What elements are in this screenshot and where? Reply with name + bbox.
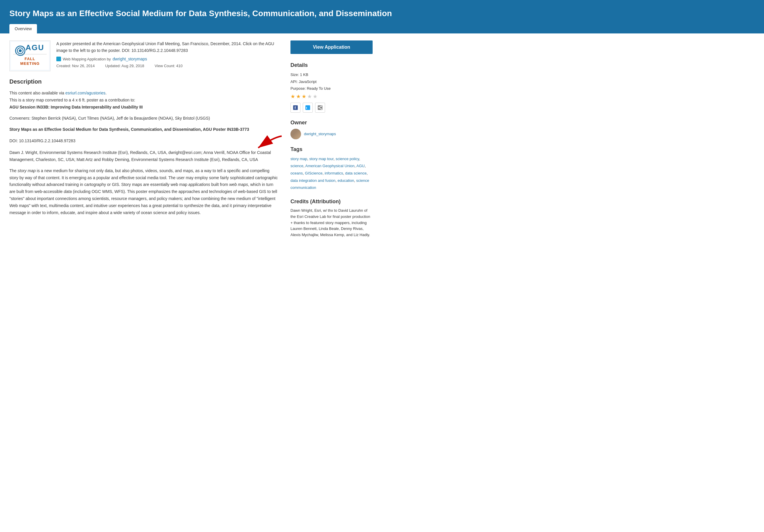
svg-text:AGU: AGU (26, 43, 44, 52)
content-area: AGU FALL MEETING A poster presented at t… (9, 41, 290, 245)
desc-para2: Conveners: Stephen Berrick (NASA), Curt … (9, 115, 279, 122)
item-dates: Created: Nov 26, 2014 Updated: Aug 29, 2… (56, 64, 279, 68)
facebook-icon[interactable]: f (290, 103, 300, 112)
web-map-icon (56, 57, 61, 61)
item-thumbnail[interactable]: AGU FALL MEETING (9, 41, 51, 71)
star-rating: ★ ★ ★ ★ ★ (290, 93, 373, 100)
story-map-italic: story map (18, 168, 36, 173)
tag-link[interactable]: data integration and fusion (290, 178, 335, 183)
description-content: This content also available via esriurl.… (9, 90, 279, 216)
twitter-icon[interactable]: t (303, 103, 313, 112)
updated-date: Updated: Aug 29, 2018 (105, 64, 149, 68)
desc-para4: Dawn J. Wright, Environmental Systems Re… (9, 149, 279, 163)
view-application-button[interactable]: View Application (290, 41, 373, 54)
tag-link[interactable]: science (290, 164, 303, 168)
details-section: Details Size: 1 KB API: JavaScript Purpo… (290, 62, 373, 112)
created-date: Created: Nov 26, 2014 (56, 64, 99, 68)
owner-avatar (290, 129, 301, 139)
desc-para1: This content also available via esriurl.… (9, 90, 279, 110)
arrow-annotation (249, 135, 285, 155)
page-header: Story Maps as an Effective Social Medium… (0, 0, 764, 33)
tag-link[interactable]: story map (290, 157, 307, 161)
tag-link[interactable]: oceans (290, 171, 303, 175)
doi-row: DOI: 10.13140/RG.2.2.10448.97283 (9, 137, 279, 145)
item-meta: A poster presented at the American Geoph… (56, 41, 279, 71)
owner-title: Owner (290, 120, 373, 126)
tags-content: story map, story map tour, science polic… (290, 155, 373, 192)
svg-text:MEETING: MEETING (20, 61, 40, 66)
item-type-label: Web Mapping Application by (63, 57, 111, 61)
view-count: View Count: 410 (155, 64, 182, 68)
esriurl-link[interactable]: esriurl.com/agustories (66, 90, 105, 95)
sidebar: View Application Details Size: 1 KB API:… (290, 41, 373, 245)
tag-link[interactable]: informatics (324, 171, 343, 175)
tag-link[interactable]: science policy (336, 157, 359, 161)
desc-para5: The story map is a new medium for sharin… (9, 167, 279, 217)
agu-session-bold: AGU Session IN33B: Improving Data Intero… (9, 105, 143, 109)
description-title: Description (9, 78, 279, 85)
item-author-link[interactable]: dwright_storymaps (113, 57, 147, 61)
tab-overview[interactable]: Overview (9, 24, 37, 33)
credits-section: Credits (Attribution) Dawn Wright, Esri,… (290, 199, 373, 238)
item-type-row: Web Mapping Application by dwright_story… (56, 57, 279, 61)
story-maps-title: Story Maps as an Effective Social Medium… (9, 127, 249, 132)
tag-link[interactable]: American Geophysical Union (305, 164, 355, 168)
star-1: ★ (290, 93, 295, 100)
description-section: Description This content also available … (9, 78, 279, 216)
desc-para3: Story Maps as an Effective Social Medium… (9, 126, 279, 133)
star-4: ★ (307, 93, 312, 100)
tag-link[interactable]: GIScience (305, 171, 322, 175)
owner-name[interactable]: dwright_storymaps (304, 132, 336, 136)
doi-text: DOI: 10.13140/RG.2.2.10448.97283 (9, 138, 76, 143)
details-title: Details (290, 62, 373, 68)
tags-section: Tags story map, story map tour, science … (290, 146, 373, 192)
tag-link[interactable]: story map tour (309, 157, 333, 161)
credits-title: Credits (Attribution) (290, 199, 373, 205)
owner-avatar-img (290, 129, 301, 139)
svg-text:t: t (306, 106, 307, 110)
star-2: ★ (296, 93, 301, 100)
star-5: ★ (313, 93, 317, 100)
svg-point-3 (19, 49, 22, 52)
star-3: ★ (301, 93, 306, 100)
credits-text: Dawn Wright, Esri, w/ thx to David Lauru… (290, 208, 373, 238)
owner-row: dwright_storymaps (290, 129, 373, 139)
tags-title: Tags (290, 146, 373, 152)
share-icon[interactable] (315, 103, 325, 112)
page-title: Story Maps as an Effective Social Medium… (9, 8, 755, 19)
size-detail: Size: 1 KB API: JavaScript Purpose: Read… (290, 71, 373, 92)
svg-text:FALL: FALL (25, 57, 36, 61)
social-icons: f t (290, 103, 373, 112)
owner-section: Owner dwright_storymaps (290, 120, 373, 139)
main-container: AGU FALL MEETING A poster presented at t… (0, 33, 382, 252)
item-short-description: A poster presented at the American Geoph… (56, 41, 279, 54)
tabs-bar: Overview (9, 24, 755, 33)
tag-link[interactable]: education (337, 178, 354, 183)
tag-link[interactable]: AGU (356, 164, 365, 168)
item-header: AGU FALL MEETING A poster presented at t… (9, 41, 279, 71)
tag-link[interactable]: data science (345, 171, 366, 175)
